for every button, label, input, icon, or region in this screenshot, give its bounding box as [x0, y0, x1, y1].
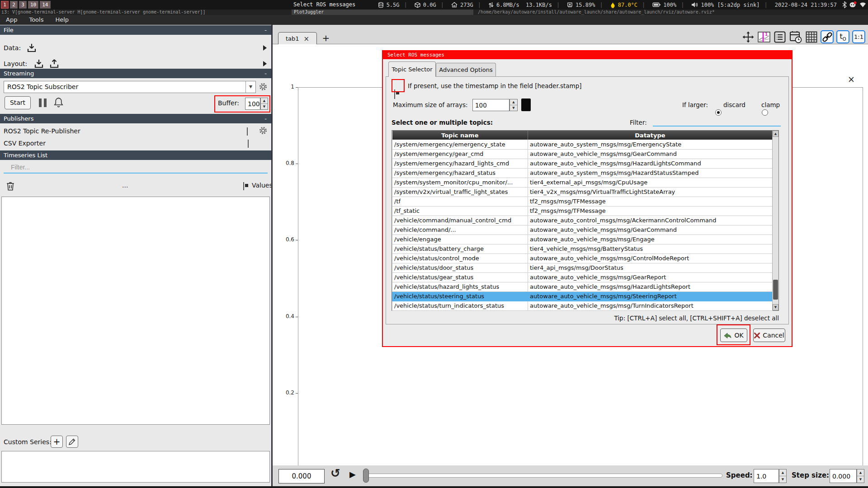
tab-close-icon[interactable]: × [304, 35, 310, 43]
section-header-streaming[interactable]: Streaming- [0, 69, 271, 78]
table-row[interactable]: /system/emergency/hazard_statusautoware_… [392, 168, 773, 178]
table-cell[interactable]: tier4_v2x_msgs/msg/VirtualTrafficLightSt… [528, 187, 773, 197]
table-cell[interactable]: /system/system_monitor/cpu_monitor/... [392, 178, 528, 187]
table-cell[interactable]: tier4_api_msgs/msg/DoorStatus [528, 263, 773, 272]
tracker-icon[interactable]: 1 [757, 30, 770, 43]
workspace-button[interactable]: 1 [1, 1, 9, 9]
table-cell[interactable]: /vehicle/status/hazard_lights_status [392, 282, 528, 291]
table-cell[interactable]: /vehicle/command/... [392, 225, 528, 235]
section-header-publishers[interactable]: Publishers- [0, 114, 271, 123]
table-cell[interactable]: /system/emergency/emergency_state [392, 140, 528, 149]
time-offset-icon[interactable]: tO [836, 30, 849, 43]
workspace-button[interactable]: 2 [10, 1, 18, 9]
edit-custom-series-button[interactable] [66, 436, 78, 448]
workspace-button[interactable]: 10 [28, 1, 38, 9]
current-time-field[interactable]: 0.000 [278, 469, 325, 483]
step-size-spinbox[interactable]: 0.000 [830, 469, 857, 483]
table-cell[interactable]: tf2_msgs/msg/TFMessage [528, 197, 773, 206]
terminal-window-title[interactable]: i3: V[gnome-terminal-server H[gnome-term… [0, 9, 292, 15]
scroll-down-icon[interactable]: ▼ [773, 304, 778, 310]
workspace-button[interactable]: 3 [19, 1, 27, 9]
table-row[interactable]: /vehicle/status/steering_statusautoware_… [392, 291, 773, 301]
section-header-timeseries[interactable]: Timeseries List [0, 150, 271, 160]
table-row[interactable]: /vehicle/engageautoware_auto_vehicle_msg… [392, 235, 773, 244]
table-cell[interactable]: /system/emergency/hazard_lights_cmd [392, 159, 528, 168]
table-cell[interactable]: autoware_auto_system_msgs/msg/HazardStat… [528, 168, 773, 178]
pause-icon[interactable] [39, 99, 47, 107]
table-cell[interactable]: autoware_auto_vehicle_msgs/msg/TurnIndic… [528, 301, 773, 310]
table-row[interactable]: /vehicle/command/...autoware_auto_vehicl… [392, 225, 773, 235]
pan-zoom-icon[interactable] [741, 30, 755, 43]
table-cell[interactable]: tier4_vehicle_msgs/msg/BatteryStatus [528, 244, 773, 253]
menu-tools[interactable]: Tools [23, 15, 49, 25]
start-streaming-button[interactable]: Start [5, 96, 31, 109]
save-layout-icon[interactable] [49, 58, 60, 69]
clamp-radio[interactable] [762, 109, 768, 116]
section-header-file[interactable]: File- [0, 25, 271, 35]
collapse-indicator[interactable]: - [264, 25, 267, 35]
use-timestamp-checkbox[interactable] [394, 89, 395, 99]
table-cell[interactable]: autoware_auto_vehicle_msgs/msg/Engage [528, 235, 773, 244]
table-cell[interactable]: autoware_auto_vehicle_msgs/msg/HazardLig… [528, 159, 773, 168]
layout-menu-arrow-icon[interactable] [263, 61, 267, 66]
table-cell[interactable]: autoware_auto_control_msgs/msg/Ackermann… [528, 216, 773, 225]
table-cell[interactable]: /system/v2x/virtual_traffic_light_states [392, 187, 528, 197]
load-layout-icon[interactable] [33, 58, 44, 69]
table-row[interactable]: /system/v2x/virtual_traffic_light_states… [392, 187, 773, 197]
columns-ellipsis[interactable]: ... [122, 182, 128, 189]
play-icon[interactable]: ▶ [349, 469, 356, 479]
datetime-icon[interactable] [789, 30, 802, 43]
data-menu-arrow-icon[interactable] [263, 45, 267, 51]
curve-list-icon[interactable] [773, 30, 786, 43]
loop-icon[interactable]: ↺ [330, 466, 340, 480]
table-row[interactable]: /system/emergency/gear_cmdautoware_auto_… [392, 149, 773, 159]
table-scrollbar[interactable]: ▲ ▼ [772, 131, 778, 310]
collapse-indicator[interactable]: - [264, 114, 267, 123]
table-row[interactable]: /system/emergency/emergency_stateautowar… [392, 140, 773, 149]
bluetooth-icon[interactable] [842, 1, 847, 8]
table-cell[interactable]: /system/emergency/gear_cmd [392, 149, 528, 159]
delete-trash-icon[interactable] [5, 180, 15, 191]
workspace-button[interactable]: 14 [40, 1, 50, 9]
table-row[interactable]: /vehicle/command/manual_control_cmdautow… [392, 216, 773, 225]
timeseries-list[interactable] [1, 197, 270, 425]
csv-exporter-checkbox[interactable] [248, 140, 249, 148]
table-row[interactable]: /vehicle/status/hazard_lights_statusauto… [392, 282, 773, 291]
scrollbar-thumb[interactable] [773, 280, 778, 300]
time-slider-track[interactable] [363, 474, 722, 478]
republisher-checkbox[interactable] [247, 127, 248, 136]
streaming-plugin-combobox[interactable]: ROS2 Topic Subscriber ▾ [4, 81, 256, 93]
discord-icon[interactable] [849, 1, 857, 8]
table-row[interactable]: /system/emergency/hazard_lights_cmdautow… [392, 159, 773, 168]
table-row[interactable]: /vehicle/status/turn_indicators_statusau… [392, 301, 773, 310]
discard-radio[interactable] [715, 109, 722, 116]
table-cell[interactable]: /vehicle/status/door_status [392, 263, 528, 272]
scroll-up-icon[interactable]: ▲ [773, 131, 778, 137]
table-cell[interactable]: /vehicle/command/manual_control_cmd [392, 216, 528, 225]
rviz-window-title[interactable]: /home/berkay/autoware/install/autoware_l… [473, 9, 868, 15]
notification-bell-icon[interactable] [53, 97, 64, 108]
values-checkbox[interactable] [243, 182, 244, 190]
table-cell[interactable]: /vehicle/status/battery_charge [392, 244, 528, 253]
column-header-datatype[interactable]: Datatype [528, 131, 773, 140]
grid-layout-icon[interactable] [805, 30, 818, 43]
cancel-button[interactable]: Cancel [753, 328, 785, 342]
table-cell[interactable]: autoware_auto_vehicle_msgs/msg/SteeringR… [528, 291, 773, 301]
table-row[interactable]: /vehicle/status/gear_statusautoware_auto… [392, 272, 773, 282]
plot-close-icon[interactable]: × [848, 74, 855, 84]
table-cell[interactable]: autoware_auto_vehicle_msgs/msg/ControlMo… [528, 253, 773, 263]
max-array-spin-arrows[interactable]: ▲▼ [509, 99, 518, 111]
table-cell[interactable]: /tf_static [392, 206, 528, 216]
buffer-spin-arrows[interactable]: ▲▼ [260, 98, 268, 110]
streaming-settings-gear-icon[interactable] [259, 82, 268, 91]
buffer-spinbox[interactable]: 100 [245, 98, 260, 110]
tab-topic-selector[interactable]: Topic Selector [388, 61, 436, 77]
timeseries-filter-input[interactable] [4, 162, 268, 174]
table-row[interactable]: /tf_statictf2_msgs/msg/TFMessage [392, 206, 773, 216]
add-custom-series-button[interactable]: + [51, 436, 63, 448]
table-row[interactable]: /tftf2_msgs/msg/TFMessage [392, 197, 773, 206]
republisher-gear-icon[interactable] [259, 126, 268, 135]
table-cell[interactable]: /vehicle/status/control_mode [392, 253, 528, 263]
table-cell[interactable]: /tf [392, 197, 528, 206]
table-row[interactable]: /vehicle/status/door_statustier4_api_msg… [392, 263, 773, 272]
